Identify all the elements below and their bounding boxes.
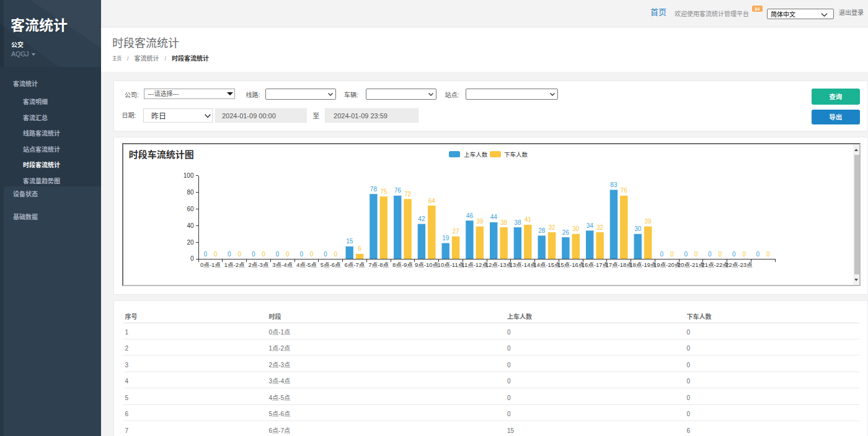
svg-text:0: 0	[203, 251, 207, 258]
svg-text:0: 0	[708, 251, 712, 258]
svg-text:16点-17点: 16点-17点	[582, 260, 609, 269]
svg-text:15点-16点: 15点-16点	[557, 260, 585, 269]
svg-text:0: 0	[732, 251, 736, 258]
svg-text:83: 83	[610, 181, 618, 188]
svg-text:0: 0	[694, 251, 698, 258]
svg-text:0: 0	[756, 251, 760, 258]
svg-text:0: 0	[324, 251, 327, 258]
svg-text:42: 42	[418, 216, 425, 222]
svg-text:19: 19	[442, 235, 450, 242]
svg-text:34: 34	[587, 222, 594, 229]
svg-text:30: 30	[572, 225, 580, 232]
svg-text:19点-20点: 19点-20点	[653, 260, 681, 269]
svg-text:18点-19点: 18点-19点	[629, 260, 657, 269]
svg-text:11点-12点: 11点-12点	[461, 260, 488, 269]
svg-text:13点-14点: 13点-14点	[509, 260, 536, 269]
svg-text:60: 60	[187, 206, 194, 212]
svg-text:22点-23点: 22点-23点	[725, 260, 753, 269]
svg-text:0: 0	[660, 251, 664, 258]
svg-text:6点-7点: 6点-7点	[345, 260, 365, 269]
svg-text:7点-8点: 7点-8点	[368, 260, 389, 269]
svg-text:0: 0	[310, 251, 314, 258]
svg-text:0: 0	[286, 251, 290, 258]
svg-text:26: 26	[562, 229, 570, 236]
svg-text:30: 30	[634, 225, 642, 232]
svg-text:72: 72	[404, 191, 412, 198]
svg-text:5点-6点: 5点-6点	[321, 260, 341, 269]
svg-text:0: 0	[262, 251, 265, 258]
svg-text:32: 32	[596, 224, 604, 231]
svg-text:3点-4点: 3点-4点	[272, 260, 293, 269]
svg-text:75: 75	[380, 188, 388, 195]
svg-text:38: 38	[514, 219, 521, 226]
svg-text:0: 0	[252, 251, 255, 258]
svg-text:17点-18点: 17点-18点	[605, 260, 632, 269]
svg-text:64: 64	[428, 198, 436, 204]
svg-text:4点-5点: 4点-5点	[296, 260, 317, 269]
svg-text:0: 0	[190, 255, 194, 262]
svg-text:28: 28	[538, 227, 546, 234]
svg-text:20点-21点: 20点-21点	[678, 260, 705, 269]
svg-text:0: 0	[670, 251, 674, 258]
svg-text:0: 0	[276, 251, 280, 258]
svg-text:76: 76	[621, 187, 628, 194]
svg-text:0: 0	[334, 251, 338, 258]
svg-text:0: 0	[214, 251, 218, 258]
svg-text:78: 78	[370, 186, 378, 193]
svg-text:39: 39	[645, 218, 652, 225]
svg-text:14点-15点: 14点-15点	[533, 260, 560, 269]
svg-text:21点-22点: 21点-22点	[701, 260, 728, 269]
svg-text:0点-1点: 0点-1点	[200, 260, 221, 269]
svg-text:2点-3点: 2点-3点	[249, 260, 269, 269]
svg-text:80: 80	[187, 189, 194, 196]
svg-text:41: 41	[525, 216, 532, 223]
svg-text:100: 100	[184, 172, 194, 179]
svg-text:0: 0	[719, 251, 722, 258]
svg-text:8点-9点: 8点-9点	[392, 260, 413, 269]
svg-text:0: 0	[766, 251, 770, 258]
svg-text:10点-11点: 10点-11点	[438, 260, 464, 269]
svg-text:0: 0	[238, 251, 242, 258]
svg-text:44: 44	[490, 214, 498, 220]
svg-text:46: 46	[466, 212, 474, 219]
svg-text:20: 20	[187, 239, 194, 246]
svg-text:15: 15	[346, 238, 353, 245]
svg-text:38: 38	[500, 219, 508, 226]
svg-text:40: 40	[187, 222, 194, 229]
svg-text:76: 76	[394, 187, 402, 194]
svg-text:32: 32	[549, 224, 556, 231]
svg-text:0: 0	[299, 251, 303, 258]
svg-text:9点-10点: 9点-10点	[415, 260, 439, 269]
svg-text:12点-13点: 12点-13点	[485, 260, 513, 269]
svg-text:0: 0	[742, 251, 746, 258]
svg-text:39: 39	[476, 218, 484, 225]
svg-text:0: 0	[684, 251, 688, 258]
svg-text:1点-2点: 1点-2点	[224, 260, 245, 269]
svg-text:0: 0	[228, 251, 231, 258]
svg-text:27: 27	[453, 228, 460, 235]
svg-text:6: 6	[358, 245, 361, 252]
